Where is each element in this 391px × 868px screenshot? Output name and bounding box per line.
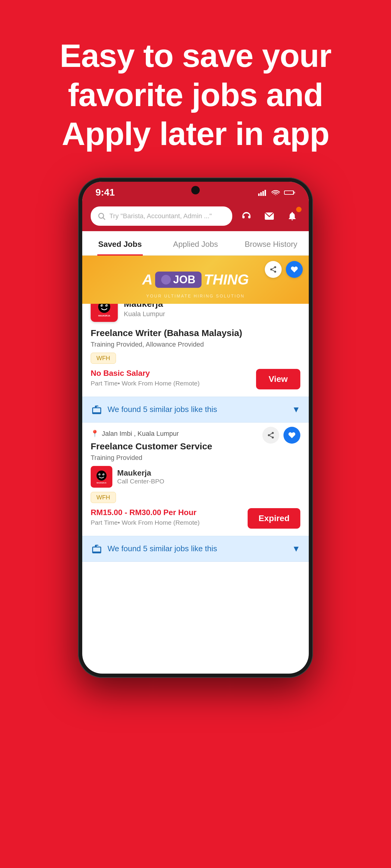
heart-icon: [290, 266, 298, 273]
search-icon: [97, 212, 106, 220]
banner-brand: A JOB THING: [142, 271, 249, 288]
favorite-button[interactable]: [286, 261, 303, 278]
job-card-1: A JOB THING YOUR ULTIMATE HIRING SOLUTIO…: [82, 255, 309, 397]
banner-actions: [265, 261, 303, 278]
job-details-1: Freelance Writer (Bahasa Malaysia) Train…: [82, 328, 309, 397]
maukerja-logo-icon-2: MAUKERJA: [93, 468, 110, 486]
location-pin-icon: 📍: [91, 430, 99, 438]
search-placeholder: Try "Barista, Accountant, Admin ...": [109, 212, 212, 220]
svg-point-22: [272, 432, 274, 434]
bell-badge: [296, 207, 301, 212]
company2-text: Maukerja Call Center-BPO: [117, 468, 164, 485]
briefcase-icon-svg: [91, 404, 102, 415]
svg-point-20: [106, 305, 107, 307]
card2-actions: [262, 427, 300, 444]
hero-section: Easy to save your favorite jobs and Appl…: [0, 0, 391, 172]
briefcase-icon-1: [91, 404, 103, 415]
chevron-down-icon-2: ▼: [292, 544, 300, 554]
job2-perks: Training Provided: [91, 454, 300, 462]
search-input-box[interactable]: Try "Barista, Accountant, Admin ...": [91, 207, 232, 226]
svg-text:MAUKERJA: MAUKERJA: [97, 482, 107, 484]
wifi-icon: [271, 189, 280, 196]
similar-jobs-left-1: We found 5 similar jobs like this: [91, 404, 217, 415]
tab-applied-jobs[interactable]: Applied Jobs: [158, 231, 233, 255]
share-button[interactable]: [265, 261, 282, 278]
job2-location: Jalan Imbi , Kuala Lumpur: [102, 430, 179, 438]
location-line: 📍 Jalan Imbi , Kuala Lumpur: [91, 430, 262, 438]
view-button[interactable]: View: [256, 369, 300, 390]
similar-jobs-bar-2[interactable]: We found 5 similar jobs like this ▼: [82, 536, 309, 562]
heart-icon-2: [288, 431, 296, 439]
briefcase-icon-svg-2: [91, 544, 102, 554]
tabs-bar: Saved Jobs Applied Jobs Browse History: [82, 231, 309, 255]
briefcase-icon-2: [91, 543, 103, 555]
headphones-button[interactable]: [238, 208, 255, 224]
svg-point-32: [103, 474, 104, 475]
similar-jobs-text-2: We found 5 similar jobs like this: [107, 544, 217, 553]
phone-mockup: 9:41: [0, 172, 391, 678]
hero-title: Easy to save your favorite jobs and Appl…: [24, 36, 367, 153]
similar-jobs-bar-1[interactable]: We found 5 similar jobs like this ▼: [82, 397, 309, 423]
svg-point-11: [270, 269, 272, 271]
svg-point-12: [274, 271, 276, 273]
svg-line-14: [272, 268, 274, 269]
svg-point-19: [101, 305, 103, 307]
battery-icon: [284, 190, 295, 195]
favorite-button-2[interactable]: [284, 427, 300, 444]
company2-logo: MAUKERJA: [91, 466, 112, 488]
banner-subtitle: YOUR ULTIMATE HIRING SOLUTION: [146, 293, 245, 299]
svg-line-13: [272, 270, 274, 271]
share-icon-2: [267, 431, 275, 439]
signal-icon: [258, 189, 267, 196]
job-card-2: 📍 Jalan Imbi , Kuala Lumpur Freelance Cu…: [82, 423, 309, 536]
svg-line-25: [270, 435, 272, 437]
mail-icon: [264, 212, 275, 221]
camera-notch: [191, 186, 200, 194]
bell-button[interactable]: [284, 208, 300, 224]
bell-icon: [287, 211, 297, 221]
job-banner: A JOB THING YOUR ULTIMATE HIRING SOLUTIO…: [82, 255, 309, 304]
mail-button[interactable]: [261, 208, 278, 224]
svg-point-10: [274, 266, 276, 268]
job-title-1: Freelance Writer (Bahasa Malaysia): [91, 328, 300, 338]
svg-point-23: [268, 434, 270, 436]
svg-point-7: [99, 213, 104, 218]
company2-row: MAUKERJA Maukerja Call Center-BPO: [91, 466, 300, 488]
svg-rect-2: [262, 191, 264, 196]
expired-button[interactable]: Expired: [248, 508, 300, 529]
svg-point-24: [272, 436, 274, 438]
status-icons: [258, 189, 295, 196]
headphones-icon: [241, 211, 252, 221]
svg-point-31: [99, 474, 100, 475]
job2-tag: WFH: [91, 492, 116, 503]
chevron-down-icon-1: ▼: [292, 405, 300, 414]
top-icons: [238, 208, 300, 224]
phone-screen: 9:41: [82, 182, 309, 674]
job-tag-1: WFH: [91, 352, 116, 364]
svg-text:MAUKERJA: MAUKERJA: [98, 315, 110, 317]
tab-browse-history[interactable]: Browse History: [233, 231, 309, 255]
svg-rect-6: [285, 191, 293, 194]
share-icon: [269, 266, 277, 273]
job-perks-1: Training Provided, Allowance Provided: [91, 341, 300, 348]
svg-rect-3: [264, 190, 266, 196]
svg-rect-5: [294, 192, 295, 193]
company-location: Kuala Lumpur: [124, 310, 165, 318]
search-bar-area: Try "Barista, Accountant, Admin ...": [82, 204, 309, 231]
svg-rect-0: [258, 193, 260, 196]
svg-line-26: [270, 433, 272, 435]
svg-line-8: [103, 218, 105, 219]
similar-jobs-text-1: We found 5 similar jobs like this: [107, 405, 217, 414]
share-button-2[interactable]: [262, 427, 279, 444]
tab-saved-jobs[interactable]: Saved Jobs: [82, 231, 158, 255]
phone-frame: 9:41: [78, 178, 313, 678]
svg-point-28: [96, 470, 106, 480]
company2-dept: Call Center-BPO: [117, 478, 164, 485]
svg-rect-1: [260, 192, 262, 196]
company2-name: Maukerja: [117, 468, 164, 478]
status-time: 9:41: [96, 187, 115, 198]
similar-jobs-left-2: We found 5 similar jobs like this: [91, 543, 217, 555]
